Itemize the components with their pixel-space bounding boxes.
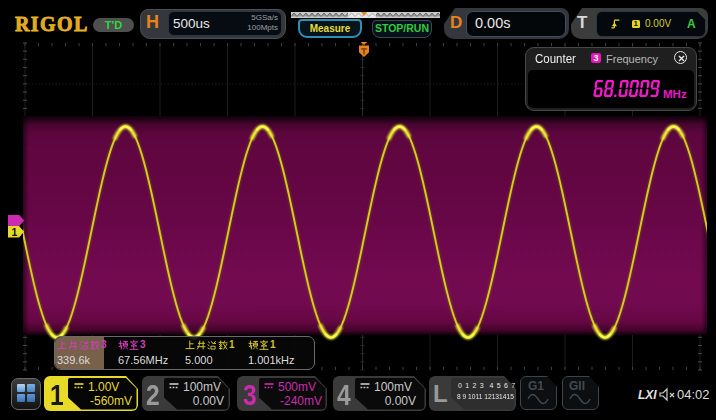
svg-text:1: 1 <box>12 226 18 238</box>
